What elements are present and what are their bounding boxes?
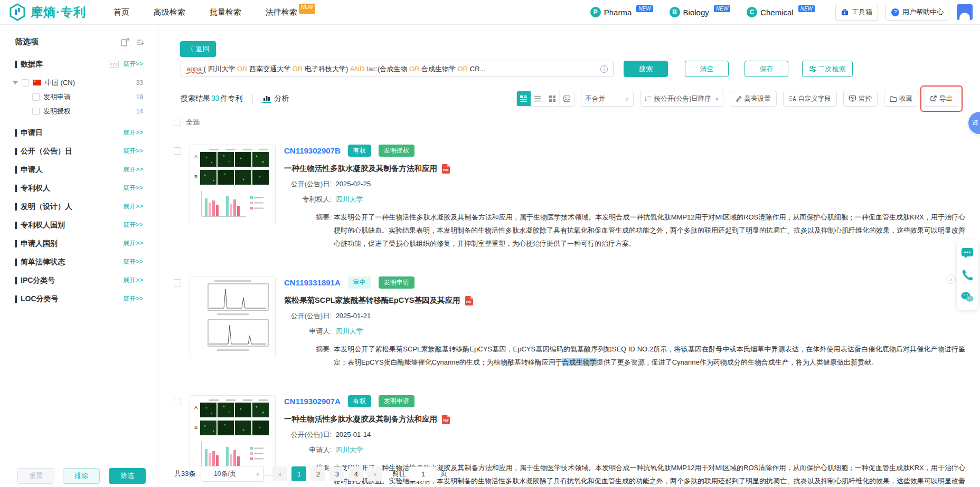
sort-select[interactable]: 按公开(公告)日降序 ▾ — [640, 91, 723, 107]
view-detail-icon[interactable] — [517, 91, 531, 106]
page-button[interactable]: 3 — [329, 466, 344, 481]
view-image-icon[interactable] — [560, 91, 574, 106]
nav-item[interactable]: 首页 — [114, 7, 129, 17]
page-button[interactable]: 4 — [348, 466, 363, 481]
expand-link[interactable]: 展开>> — [123, 60, 143, 69]
tree-row-country[interactable]: 中国 (CN) 33 — [13, 75, 143, 90]
result-checkbox[interactable] — [174, 398, 181, 405]
export-button[interactable]: 导出 — [925, 91, 958, 107]
product-link[interactable]: PPharmaNEW — [590, 7, 652, 17]
filter-sidebar: 筛选项 数据库 123 展开>> 中国 (CN) 33 — [0, 25, 158, 487]
expand-link[interactable]: 展开>> — [123, 147, 143, 156]
merge-select[interactable]: 不合并 ∨ — [581, 91, 634, 107]
patent-number-link[interactable]: CN119302907B — [284, 146, 341, 155]
help-center-button[interactable]: ? 用户帮助中心 — [885, 4, 949, 21]
applicant-link[interactable]: 四川大学 — [336, 327, 363, 335]
translate-label: 译 — [972, 119, 978, 128]
expand-link[interactable]: 展开>> — [123, 257, 143, 266]
filter-section: IPC分类号展开>> — [0, 271, 158, 290]
result-checkbox[interactable] — [174, 279, 181, 287]
expand-link[interactable]: 展开>> — [123, 221, 143, 230]
patent-type-badge: 发明申请 — [379, 395, 414, 407]
toolbox-button[interactable]: 工具箱 — [835, 4, 878, 21]
chat-icon[interactable] — [961, 247, 974, 259]
invention-application-checkbox[interactable] — [32, 93, 40, 101]
country-checkbox[interactable] — [22, 79, 29, 87]
invention-grant-checkbox[interactable] — [32, 108, 40, 115]
custom-fields-button[interactable]: 自定义字段 — [783, 91, 837, 107]
phone-icon[interactable] — [962, 270, 973, 281]
collapse-panel-arrow[interactable]: › — [946, 274, 956, 284]
owner-row: 专利权人: 四川大学 — [284, 195, 965, 204]
search-button[interactable]: 搜索 — [624, 61, 668, 77]
goto-page-input[interactable] — [410, 466, 436, 481]
expand-link[interactable]: 展开>> — [123, 276, 143, 285]
collapse-filters-icon[interactable] — [136, 38, 144, 46]
highlight-settings-button[interactable]: 高亮设置 — [730, 91, 777, 107]
expand-link[interactable]: 展开>> — [123, 165, 143, 174]
info-icon[interactable]: i — [600, 65, 608, 73]
page-button[interactable]: 1 — [291, 466, 306, 481]
expand-link[interactable]: 展开>> — [123, 294, 143, 303]
result-checkbox[interactable] — [174, 147, 181, 155]
refine-filter-icon — [809, 66, 816, 72]
expand-link[interactable]: 展开>> — [123, 202, 143, 211]
select-all-checkbox[interactable] — [174, 119, 181, 126]
reset-button[interactable]: 重置 — [17, 468, 54, 484]
back-button[interactable]: 〈 返回 — [180, 41, 216, 57]
patent-number-link[interactable]: CN119331891A — [284, 278, 341, 287]
pdf-icon[interactable]: PDF — [441, 415, 450, 424]
view-list-icon[interactable] — [531, 91, 545, 106]
collect-button[interactable]: 收藏 — [884, 91, 918, 107]
legal-status-badge: 有权 — [348, 145, 371, 157]
filter-section: 公开（公告）日展开>> — [0, 142, 158, 160]
pdf-icon[interactable]: PDF — [465, 296, 474, 305]
page-size-select[interactable]: 10条/页 ∨ — [201, 466, 264, 482]
expand-link[interactable]: 展开>> — [123, 128, 143, 137]
wechat-icon[interactable] — [961, 292, 974, 302]
product-link[interactable]: BBiologyNEW — [670, 7, 729, 17]
search-input[interactable]: appa:( 四川大学 OR 西南交通大学 OR 电子科技大学) AND tac… — [181, 61, 614, 77]
clear-button[interactable]: 清空 — [685, 61, 729, 77]
filter-button[interactable]: 筛选 — [109, 468, 146, 484]
analyze-button[interactable]: 分析 — [262, 94, 289, 103]
caret-down-icon[interactable] — [13, 81, 18, 84]
patent-thumbnail[interactable] — [190, 276, 276, 357]
monitor-button[interactable]: 监控 — [843, 91, 878, 107]
tree-row-invention-grant[interactable]: 发明授权 14 — [13, 104, 143, 118]
nav-item[interactable]: 批量检索 — [210, 7, 241, 17]
patent-title-link[interactable]: 紫松果菊SCPL家族酰基转移酶EpCYS基因及其应用 — [284, 295, 460, 305]
patent-thumbnail[interactable]: A B — [190, 145, 276, 225]
filter-section-label: 申请日 — [15, 128, 43, 138]
product-name: Biology — [683, 8, 709, 17]
patent-title-link[interactable]: 一种生物活性多肽水凝胶及其制备方法和应用 — [284, 164, 437, 174]
tree-row-invention-application[interactable]: 发明申请 19 — [13, 90, 143, 104]
patent-number-link[interactable]: CN119302907A — [284, 397, 341, 406]
patent-title-link[interactable]: 一种生物活性多肽水凝胶及其制备方法和应用 — [284, 414, 437, 424]
app-logo[interactable]: 摩熵·专利 — [8, 3, 86, 21]
user-avatar[interactable] — [957, 4, 973, 20]
owner-link[interactable]: 四川大学 — [336, 195, 363, 203]
filter-section-label: 公开（公告）日 — [15, 147, 72, 156]
edit-filter-icon[interactable] — [121, 38, 129, 46]
expand-link[interactable]: 展开>> — [123, 239, 143, 248]
nav-item[interactable]: 法律检索NEW — [266, 7, 314, 17]
query-segment: OR — [293, 65, 303, 73]
query-segment: ( 四川大学 — [204, 64, 238, 74]
view-grid-icon[interactable] — [545, 91, 560, 106]
patent-thumbnail[interactable]: A B — [190, 395, 276, 476]
exclude-button[interactable]: 排除 — [63, 468, 100, 484]
expand-link[interactable]: 展开>> — [123, 184, 143, 193]
save-button[interactable]: 保存 — [745, 61, 788, 77]
prev-page-button[interactable]: ‹ — [272, 466, 287, 481]
nav-item[interactable]: 高级检索 — [154, 7, 185, 17]
query-segment: 合成生物学 — [419, 64, 457, 74]
pdf-icon[interactable]: PDF — [441, 164, 450, 174]
applicant-link[interactable]: 四川大学 — [336, 446, 363, 454]
secondary-search-button[interactable]: 二次检索 — [802, 61, 853, 77]
secondary-search-label: 二次检索 — [818, 64, 846, 74]
product-link[interactable]: CChemicalNEW — [747, 7, 813, 17]
next-page-button[interactable]: › — [368, 466, 382, 481]
sidebar-sections: 申请日展开>>公开（公告）日展开>>申请人展开>>专利权人展开>>发明（设计）人… — [0, 123, 158, 308]
page-button[interactable]: 2 — [310, 466, 325, 481]
